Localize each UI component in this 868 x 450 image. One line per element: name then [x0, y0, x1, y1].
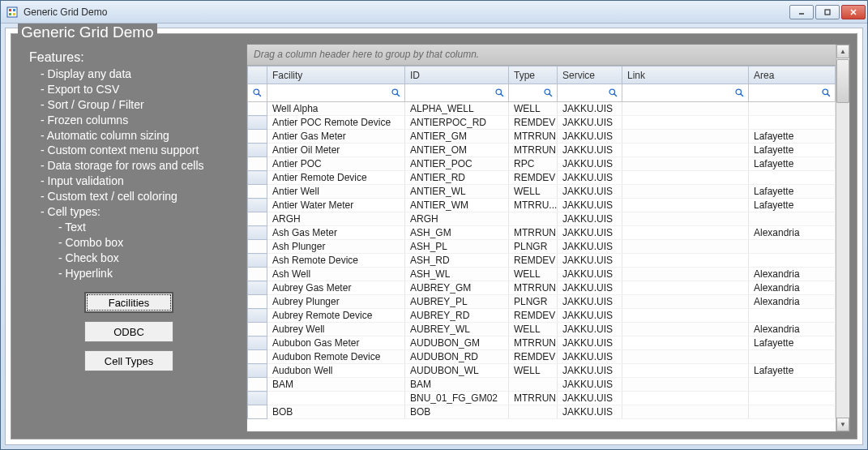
table-row[interactable]: Aubrey Remote DeviceAUBREY_RDREMDEVJAKKU…: [248, 309, 836, 323]
cell-id[interactable]: ANTIER_RD: [405, 171, 509, 185]
cell-facility[interactable]: Antier Well: [267, 185, 405, 199]
column-header[interactable]: Type: [509, 66, 558, 84]
cell-facility[interactable]: Ash Gas Meter: [267, 226, 405, 240]
table-row[interactable]: Aububon Gas MeterAUDUBON_GMMTRRUNJAKKU.U…: [248, 336, 836, 350]
maximize-button[interactable]: [815, 5, 840, 19]
cell-link[interactable]: [622, 309, 749, 323]
cell-type[interactable]: [509, 378, 558, 392]
cell-service[interactable]: JAKKU.UIS: [558, 295, 622, 309]
row-header[interactable]: [248, 336, 267, 350]
cell-link[interactable]: [622, 199, 749, 212]
cell-service[interactable]: JAKKU.UIS: [558, 199, 622, 212]
cell-type[interactable]: MTRRUN...: [509, 144, 558, 157]
row-header[interactable]: [248, 364, 267, 378]
cell-link[interactable]: [622, 226, 749, 240]
row-header[interactable]: [248, 309, 267, 323]
table-row[interactable]: BAMBAMJAKKU.UIS: [248, 378, 836, 392]
minimize-button[interactable]: [789, 5, 814, 19]
cell-id[interactable]: BAM: [405, 378, 509, 392]
cell-type[interactable]: REMDEV: [509, 116, 558, 130]
cell-area[interactable]: [749, 102, 836, 116]
cell-link[interactable]: [622, 240, 749, 254]
cell-area[interactable]: Lafayette: [749, 336, 836, 350]
vertical-scrollbar[interactable]: ▲ ▼: [836, 45, 849, 431]
cell-link[interactable]: [622, 116, 749, 130]
cell-area[interactable]: [749, 392, 836, 405]
table-row[interactable]: Audubon WellAUDUBON_WLWELLJAKKU.UISLafay…: [248, 364, 836, 378]
cell-area[interactable]: [749, 240, 836, 254]
row-header[interactable]: [248, 171, 267, 185]
search-icon[interactable]: [390, 88, 401, 99]
cell-area[interactable]: [749, 116, 836, 130]
cell-id[interactable]: ARGH: [405, 212, 509, 226]
cell-link[interactable]: [622, 130, 749, 144]
cell-service[interactable]: JAKKU.UIS: [558, 350, 622, 364]
cell-facility[interactable]: Antier Oil Meter: [267, 144, 405, 157]
cell-service[interactable]: JAKKU.UIS: [558, 157, 622, 171]
cell-facility[interactable]: Aubrey Well: [267, 323, 405, 336]
table-row[interactable]: Antier WellANTIER_WLWELLJAKKU.UISLafayet…: [248, 185, 836, 199]
row-header[interactable]: [248, 102, 267, 116]
cell-service[interactable]: JAKKU.UIS: [558, 392, 622, 405]
cell-id[interactable]: ANTIER_OM: [405, 144, 509, 157]
row-header[interactable]: [248, 350, 267, 364]
cell-facility[interactable]: Antier POC: [267, 157, 405, 171]
cell-service[interactable]: JAKKU.UIS: [558, 226, 622, 240]
cell-id[interactable]: ALPHA_WELL: [405, 102, 509, 116]
cell-facility[interactable]: Antier POC Remote Device: [267, 116, 405, 130]
cell-type[interactable]: MTRRUN: [509, 392, 558, 405]
cell-link[interactable]: [622, 323, 749, 336]
cell-service[interactable]: JAKKU.UIS: [558, 254, 622, 268]
filter-cell[interactable]: [509, 84, 558, 102]
cell-id[interactable]: AUDUBON_RD: [405, 350, 509, 364]
cell-link[interactable]: [622, 144, 749, 157]
search-icon[interactable]: [494, 88, 505, 99]
cell-service[interactable]: JAKKU.UIS: [558, 130, 622, 144]
cell-id[interactable]: AUBREY_WL: [405, 323, 509, 336]
cell-area[interactable]: Alexandria: [749, 295, 836, 309]
cell-facility[interactable]: Well Alpha: [267, 102, 405, 116]
row-header[interactable]: [248, 240, 267, 254]
cell-area[interactable]: [749, 350, 836, 364]
cell-service[interactable]: JAKKU.UIS: [558, 309, 622, 323]
cell-link[interactable]: [622, 295, 749, 309]
scroll-down-button[interactable]: ▼: [836, 418, 849, 431]
cell-service[interactable]: JAKKU.UIS: [558, 405, 622, 419]
scroll-up-button[interactable]: ▲: [836, 45, 849, 58]
cell-area[interactable]: Lafayette: [749, 199, 836, 212]
cell-link[interactable]: [622, 157, 749, 171]
row-header[interactable]: [248, 405, 267, 419]
cell-type[interactable]: MTRRUN: [509, 336, 558, 350]
cell-facility[interactable]: Ash Plunger: [267, 240, 405, 254]
cell-link[interactable]: [622, 392, 749, 405]
cell-link[interactable]: [622, 268, 749, 281]
cell-service[interactable]: JAKKU.UIS: [558, 268, 622, 281]
cell-facility[interactable]: BAM: [267, 378, 405, 392]
table-row[interactable]: Ash Gas MeterASH_GMMTRRUNJAKKU.UISAlexan…: [248, 226, 836, 240]
cell-type[interactable]: RPC: [509, 157, 558, 171]
cell-type[interactable]: MTRRU...: [509, 199, 558, 212]
cell-id[interactable]: BOB: [405, 405, 509, 419]
search-icon[interactable]: [542, 88, 554, 99]
filter-cell[interactable]: [749, 84, 836, 102]
cell-link[interactable]: [622, 405, 749, 419]
cell-service[interactable]: JAKKU.UIS: [558, 116, 622, 130]
cell-type[interactable]: [509, 212, 558, 226]
cell-facility[interactable]: Aubrey Plunger: [267, 295, 405, 309]
cell-type[interactable]: WELL: [509, 364, 558, 378]
close-button[interactable]: [841, 5, 866, 19]
filter-cell[interactable]: [267, 84, 405, 102]
cell-service[interactable]: JAKKU.UIS: [558, 378, 622, 392]
row-header[interactable]: [248, 144, 267, 157]
search-icon[interactable]: [607, 88, 618, 99]
filter-row[interactable]: [248, 84, 836, 102]
cell-id[interactable]: ANTIER_GM: [405, 130, 509, 144]
cell-id[interactable]: ANTIER_WM: [405, 199, 509, 212]
cell-area[interactable]: Alexandria: [749, 323, 836, 336]
table-row[interactable]: Aubrey PlungerAUBREY_PLPLNGRJAKKU.UISAle…: [248, 295, 836, 309]
cell-id[interactable]: ASH_PL: [405, 240, 509, 254]
table-row[interactable]: Audubon Remote DeviceAUDUBON_RDREMDEVJAK…: [248, 350, 836, 364]
cell-id[interactable]: AUBREY_GM: [405, 281, 509, 295]
cell-id[interactable]: ASH_GM: [405, 226, 509, 240]
data-grid[interactable]: FacilityIDTypeServiceLinkArea Well Alpha…: [247, 66, 836, 419]
